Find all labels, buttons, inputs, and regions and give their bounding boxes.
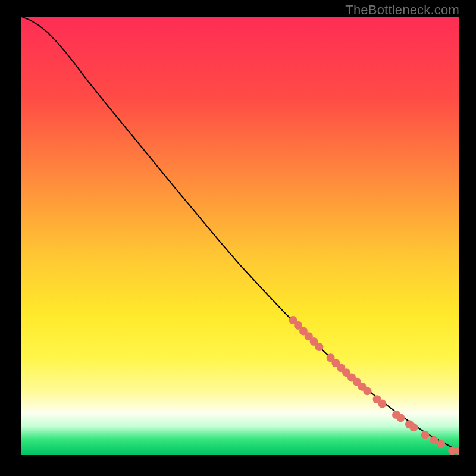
- data-point: [421, 431, 430, 439]
- plot-area: [21, 17, 459, 455]
- data-point: [363, 387, 371, 395]
- data-point: [437, 440, 445, 448]
- chart-stage: TheBottleneck.com: [0, 0, 476, 476]
- data-point: [430, 436, 438, 444]
- data-point: [396, 414, 405, 422]
- data-point: [315, 343, 323, 351]
- data-point: [409, 423, 418, 431]
- chart-svg: [21, 17, 459, 455]
- data-point: [378, 400, 386, 408]
- gradient-background: [21, 17, 459, 455]
- watermark-text: TheBottleneck.com: [345, 2, 459, 18]
